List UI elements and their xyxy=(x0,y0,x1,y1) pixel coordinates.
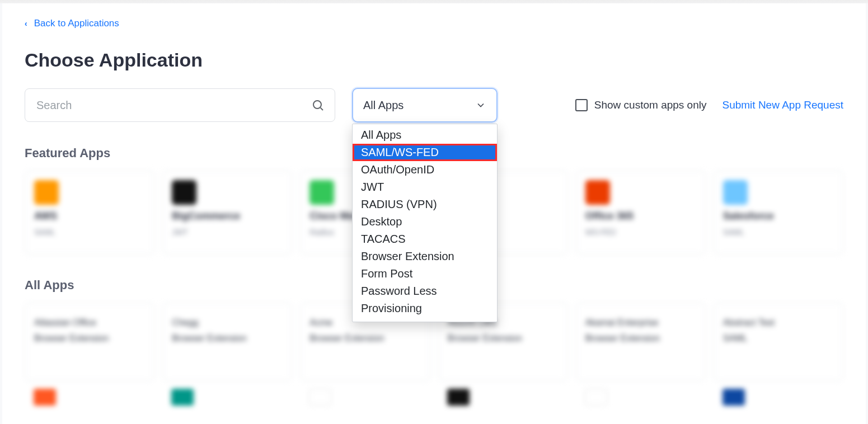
app-logo-icon xyxy=(34,389,56,406)
app-name: Office 365 xyxy=(585,210,696,222)
filter-dropdown[interactable]: All AppsSAML/WS-FEDOAuth/OpenIDJWTRADIUS… xyxy=(352,124,498,322)
app-subtitle: SAML xyxy=(34,228,145,237)
app-logo-icon xyxy=(722,389,745,406)
filter-select[interactable]: All Apps xyxy=(352,88,498,123)
all-apps-row-3 xyxy=(25,389,843,411)
app-logo-icon xyxy=(309,389,331,406)
app-card[interactable] xyxy=(438,389,568,411)
svg-line-1 xyxy=(321,108,323,110)
checkbox-label: Show custom apps only xyxy=(594,99,707,111)
filter-option[interactable]: All Apps xyxy=(353,126,497,144)
filter-option[interactable]: TACACS xyxy=(353,230,497,248)
search-icon xyxy=(311,98,325,112)
app-name: Abstract Test xyxy=(723,318,834,328)
back-to-applications-link[interactable]: ‹ Back to Applications xyxy=(25,18,119,29)
app-logo-icon xyxy=(447,389,470,406)
app-card[interactable] xyxy=(300,389,430,411)
filter-option[interactable]: Desktop xyxy=(353,213,497,230)
app-card[interactable] xyxy=(714,389,843,411)
checkbox-icon xyxy=(575,99,588,111)
app-card[interactable] xyxy=(162,389,292,411)
app-card[interactable]: SalesforceSAML xyxy=(714,171,843,255)
app-card[interactable]: BigCommerceJWT xyxy=(162,171,292,255)
app-logo-icon xyxy=(585,389,607,406)
filter-option[interactable]: SAML/WS-FED xyxy=(353,144,497,161)
app-card[interactable]: CheggBrowser Extension xyxy=(162,303,292,381)
app-logo-icon xyxy=(309,180,334,205)
app-logo-icon xyxy=(723,180,748,205)
controls-row: All Apps All AppsSAML/WS-FEDOAuth/OpenID… xyxy=(25,88,843,123)
show-custom-apps-checkbox[interactable]: Show custom apps only xyxy=(575,99,707,111)
filter-option[interactable]: Form Post xyxy=(353,265,497,282)
back-label: Back to Applications xyxy=(34,18,119,29)
chevron-left-icon: ‹ xyxy=(25,19,27,28)
app-name: AWS xyxy=(34,210,145,222)
app-subtitle: JWT xyxy=(172,228,283,237)
app-card[interactable]: Akamai EnterpriseBrowser Extension xyxy=(576,303,706,381)
app-card[interactable] xyxy=(25,389,154,411)
app-subtitle: Browser Extension xyxy=(34,333,145,343)
app-logo-icon xyxy=(34,180,59,205)
search-input[interactable] xyxy=(35,98,311,112)
app-subtitle: SAML xyxy=(723,228,834,237)
app-card[interactable]: Atlassian OfficeBrowser Extension xyxy=(25,303,154,381)
svg-point-0 xyxy=(313,101,321,109)
app-name: BigCommerce xyxy=(172,210,283,222)
filter-selected-label: All Apps xyxy=(363,99,403,112)
page-content: ‹ Back to Applications Choose Applicatio… xyxy=(2,3,866,424)
submit-new-app-link[interactable]: Submit New App Request xyxy=(722,99,843,111)
app-subtitle: Browser Extension xyxy=(585,333,696,343)
filter-option[interactable]: OAuth/OpenID xyxy=(353,161,497,178)
app-card[interactable]: AWSSAML xyxy=(25,171,154,255)
app-card[interactable]: Abstract TestSAML xyxy=(714,303,843,381)
filter-option[interactable]: Provisioning xyxy=(353,300,497,317)
app-logo-icon xyxy=(171,389,194,406)
app-subtitle: SAML xyxy=(723,333,834,343)
app-card[interactable]: Office 365WS-FED xyxy=(576,171,706,255)
app-name: Chegg xyxy=(172,318,283,328)
app-name: Atlassian Office xyxy=(34,318,145,328)
app-subtitle: WS-FED xyxy=(585,228,696,237)
app-card[interactable] xyxy=(576,389,706,411)
app-name: Salesforce xyxy=(723,210,834,222)
chevron-down-icon xyxy=(475,100,486,111)
app-subtitle: Browser Extension xyxy=(172,333,283,343)
filter-option[interactable]: Browser Extension xyxy=(353,248,497,265)
filter-wrapper: All Apps All AppsSAML/WS-FEDOAuth/OpenID… xyxy=(352,88,498,123)
app-subtitle: Browser Extension xyxy=(309,333,420,343)
right-controls: Show custom apps only Submit New App Req… xyxy=(575,99,843,111)
page-title: Choose Application xyxy=(25,49,843,71)
filter-option[interactable]: JWT xyxy=(353,178,497,196)
app-subtitle: Browser Extension xyxy=(448,333,559,343)
app-name: Akamai Enterprise xyxy=(585,318,696,328)
filter-option[interactable]: RADIUS (VPN) xyxy=(353,196,497,213)
search-box[interactable] xyxy=(25,88,335,122)
app-logo-icon xyxy=(585,180,610,205)
app-logo-icon xyxy=(172,180,196,205)
filter-option[interactable]: Password Less xyxy=(353,282,497,300)
